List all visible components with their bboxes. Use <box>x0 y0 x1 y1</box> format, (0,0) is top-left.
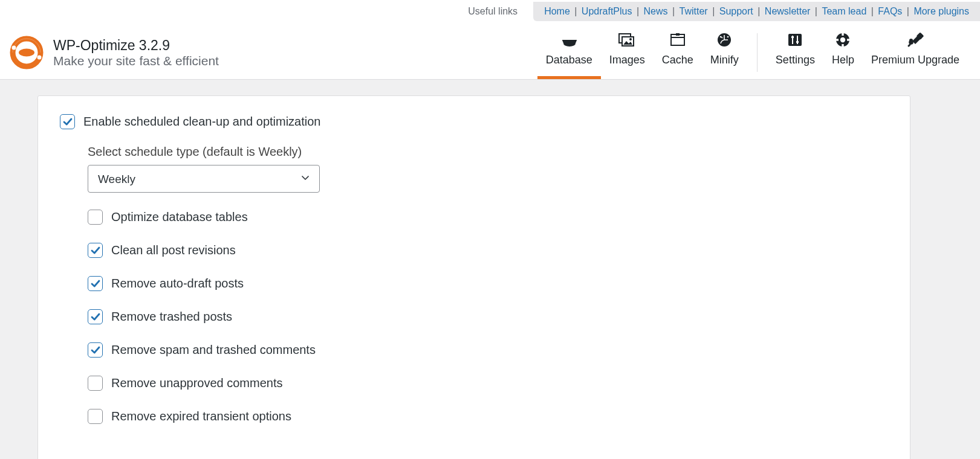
cache-icon <box>670 31 686 49</box>
brand: WP-Optimize 3.2.9 Make your site fast & … <box>8 34 219 71</box>
tab-divider <box>757 33 758 72</box>
checkbox-remove-unapproved-comments[interactable] <box>88 376 103 391</box>
useful-link-twitter[interactable]: Twitter <box>680 6 708 16</box>
svg-rect-13 <box>788 34 802 46</box>
option-row-clean-revisions: Clean all post revisions <box>88 243 888 258</box>
useful-link-news[interactable]: News <box>644 6 668 16</box>
wp-optimize-logo-icon <box>8 34 45 71</box>
useful-link-team-lead[interactable]: Team lead <box>822 6 866 16</box>
tab-help[interactable]: Help <box>823 26 863 79</box>
checkbox-remove-expired-transients[interactable] <box>88 409 103 424</box>
enable-schedule-checkbox[interactable] <box>60 114 75 129</box>
svg-point-3 <box>37 56 42 60</box>
option-row-remove-spam-comments: Remove spam and trashed comments <box>88 342 888 358</box>
label-clean-revisions: Clean all post revisions <box>111 243 236 257</box>
svg-rect-7 <box>671 34 684 45</box>
help-icon <box>835 31 851 49</box>
checkbox-remove-auto-draft[interactable] <box>88 276 103 291</box>
tab-label: Cache <box>662 54 693 66</box>
svg-point-2 <box>12 46 16 50</box>
schedule-type-select[interactable]: Weekly <box>88 165 320 193</box>
page-subtitle: Make your site fast & efficient <box>53 54 219 68</box>
label-optimize-tables: Optimize database tables <box>111 210 248 224</box>
link-separator: | <box>708 6 719 16</box>
svg-rect-22 <box>836 39 839 40</box>
checkbox-clean-revisions[interactable] <box>88 243 103 258</box>
svg-rect-23 <box>847 39 850 40</box>
label-remove-spam-comments: Remove spam and trashed comments <box>111 343 316 357</box>
tab-database[interactable]: Database <box>537 26 601 79</box>
enable-row: Enable scheduled clean-up and optimizati… <box>60 114 888 129</box>
tab-images[interactable]: Images <box>601 26 654 79</box>
settings-panel: Enable scheduled clean-up and optimizati… <box>37 95 910 459</box>
link-separator: | <box>632 6 643 16</box>
link-separator: | <box>866 6 878 16</box>
tab-cache[interactable]: Cache <box>654 26 702 79</box>
useful-link-newsletter[interactable]: Newsletter <box>765 6 811 16</box>
header: WP-Optimize 3.2.9 Make your site fast & … <box>0 22 980 80</box>
title-group: WP-Optimize 3.2.9 Make your site fast & … <box>53 37 219 68</box>
option-row-remove-trashed-posts: Remove trashed posts <box>88 309 888 324</box>
checkbox-optimize-tables[interactable] <box>88 210 103 225</box>
link-separator: | <box>668 6 680 16</box>
option-row-remove-auto-draft: Remove auto-draft posts <box>88 276 888 291</box>
svg-rect-16 <box>791 36 794 38</box>
link-separator: | <box>753 6 765 16</box>
useful-link-home[interactable]: Home <box>544 6 570 16</box>
svg-point-19 <box>840 37 845 42</box>
enable-schedule-label: Enable scheduled clean-up and optimizati… <box>83 115 321 129</box>
label-remove-trashed-posts: Remove trashed posts <box>111 310 232 324</box>
checkbox-remove-trashed-posts[interactable] <box>88 309 103 324</box>
premium-icon <box>907 31 924 49</box>
svg-point-12 <box>727 36 729 38</box>
database-icon <box>560 31 578 49</box>
tab-label: Minify <box>710 54 739 66</box>
tab-label: Settings <box>776 54 815 66</box>
tab-label: Premium Upgrade <box>871 54 959 66</box>
page-title: WP-Optimize 3.2.9 <box>53 37 219 54</box>
tab-label: Help <box>832 54 854 66</box>
settings-icon <box>787 31 803 49</box>
tab-label: Images <box>609 54 645 66</box>
tab-minify[interactable]: Minify <box>702 26 747 79</box>
link-separator: | <box>570 6 582 16</box>
tab-label: Database <box>546 54 592 66</box>
option-row-remove-expired-transients: Remove expired transient options <box>88 409 888 424</box>
images-icon <box>618 31 636 49</box>
main-tabs: DatabaseImagesCacheMinifySettingsHelpPre… <box>537 26 968 79</box>
minify-icon <box>716 31 732 49</box>
option-row-optimize-tables: Optimize database tables <box>88 210 888 225</box>
tab-premium[interactable]: Premium Upgrade <box>863 26 968 79</box>
link-separator: | <box>902 6 913 16</box>
svg-rect-9 <box>676 33 680 36</box>
useful-link-updraftplus[interactable]: UpdraftPlus <box>582 6 632 16</box>
options-list: Optimize database tablesClean all post r… <box>88 210 888 424</box>
svg-point-1 <box>19 49 34 57</box>
svg-point-11 <box>720 36 722 38</box>
svg-point-6 <box>629 38 632 40</box>
checkbox-remove-spam-comments[interactable] <box>88 342 103 358</box>
useful-link-support[interactable]: Support <box>719 6 753 16</box>
svg-rect-17 <box>796 41 799 43</box>
useful-links-list: Home | UpdraftPlus | News | Twitter | Su… <box>533 2 980 21</box>
label-remove-unapproved-comments: Remove unapproved comments <box>111 376 282 390</box>
svg-rect-20 <box>842 33 844 36</box>
option-row-remove-unapproved-comments: Remove unapproved comments <box>88 376 888 391</box>
useful-link-more-plugins[interactable]: More plugins <box>913 6 969 16</box>
top-bar: Useful links Home | UpdraftPlus | News |… <box>0 0 980 22</box>
useful-link-faqs[interactable]: FAQs <box>878 6 902 16</box>
useful-links-label: Useful links <box>468 6 533 17</box>
label-remove-expired-transients: Remove expired transient options <box>111 409 291 423</box>
schedule-type-label: Select schedule type (default is Weekly) <box>88 145 888 159</box>
content: Enable scheduled clean-up and optimizati… <box>0 80 980 459</box>
schedule-select-wrap: Weekly <box>88 165 320 193</box>
tab-settings[interactable]: Settings <box>767 26 823 79</box>
schedule-section: Select schedule type (default is Weekly)… <box>88 145 888 424</box>
label-remove-auto-draft: Remove auto-draft posts <box>111 277 244 290</box>
link-separator: | <box>810 6 822 16</box>
svg-rect-21 <box>842 44 844 47</box>
